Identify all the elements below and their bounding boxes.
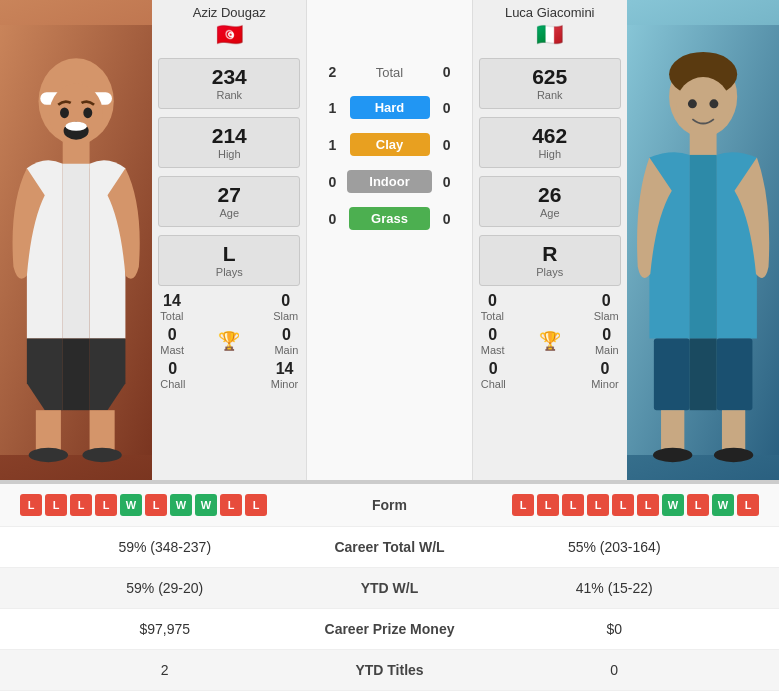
form-badge-right: W: [712, 494, 734, 516]
form-badge-left: L: [95, 494, 117, 516]
svg-point-5: [65, 122, 86, 131]
form-badges-left: LLLLWLWWLL: [20, 494, 330, 516]
svg-rect-23: [716, 339, 752, 411]
form-badge-left: W: [195, 494, 217, 516]
player-left-stats: Aziz Dougaz 🇹🇳 234 Rank 214 High 27 Age: [152, 0, 307, 480]
player-right-total: 0 Total: [481, 292, 504, 322]
player-right-rank: 625 Rank: [479, 58, 621, 109]
trophy-right-icon: 🏆: [539, 330, 561, 352]
svg-point-28: [714, 448, 753, 462]
svg-point-17: [676, 77, 730, 134]
player-left-minor: 14 Minor: [271, 360, 299, 390]
form-badge-right: L: [612, 494, 634, 516]
form-badge-right: L: [687, 494, 709, 516]
svg-point-13: [82, 448, 121, 462]
form-badge-right: L: [562, 494, 584, 516]
indoor-score-row: 0 Indoor 0: [317, 166, 461, 197]
player-right-name: Luca Giacomini: [473, 0, 627, 22]
svg-rect-24: [689, 339, 716, 411]
player-right-high: 462 High: [479, 117, 621, 168]
form-badge-left: L: [145, 494, 167, 516]
stat-label: YTD W/L: [310, 580, 470, 596]
form-badge-right: L: [587, 494, 609, 516]
player-right-minor: 0 Minor: [591, 360, 619, 390]
indoor-surface-btn: Indoor: [347, 170, 431, 193]
form-badge-right: L: [537, 494, 559, 516]
stat-row: 59% (29-20) YTD W/L 41% (15-22): [0, 568, 779, 609]
player-right-slam: 0 Slam: [594, 292, 619, 322]
player-left-main: 0 Main: [274, 326, 298, 356]
svg-point-19: [709, 99, 718, 108]
stat-right: 0: [470, 662, 760, 678]
trophy-left-icon: 🏆: [218, 330, 240, 352]
player-right-flag: 🇮🇹: [473, 22, 627, 48]
form-badge-right: L: [737, 494, 759, 516]
stat-row: 59% (348-237) Career Total W/L 55% (203-…: [0, 527, 779, 568]
stat-label: Career Prize Money: [310, 621, 470, 637]
player-left-photo: [0, 0, 152, 480]
player-left-slam: 0 Slam: [273, 292, 298, 322]
stat-left: 59% (348-237): [20, 539, 310, 555]
player-left-total-slam: 14 Total 0 Slam: [152, 292, 306, 322]
stats-wrapper: Aziz Dougaz 🇹🇳 234 Rank 214 High 27 Age: [152, 0, 626, 480]
form-label: Form: [330, 497, 450, 513]
svg-point-18: [688, 99, 697, 108]
form-badge-right: L: [637, 494, 659, 516]
grass-score-row: 0 Grass 0: [317, 203, 461, 234]
form-badge-right: L: [512, 494, 534, 516]
form-badge-left: W: [170, 494, 192, 516]
player-left-high: 214 High: [158, 117, 300, 168]
match-comparison: Aziz Dougaz 🇹🇳 234 Rank 214 High 27 Age: [0, 0, 779, 691]
stat-row: $97,975 Career Prize Money $0: [0, 609, 779, 650]
player-left-age: 27 Age: [158, 176, 300, 227]
player-left-mast-main: 0 Mast 🏆 0 Main: [152, 324, 306, 358]
player-right-plays: R Plays: [479, 235, 621, 286]
total-label: Total: [347, 65, 431, 80]
player-left-name: Aziz Dougaz: [152, 0, 306, 22]
svg-point-12: [29, 448, 68, 462]
form-badge-left: W: [120, 494, 142, 516]
form-row: LLLLWLWWLL Form LLLLLLWLWL: [0, 484, 779, 527]
clay-score-row: 1 Clay 0: [317, 129, 461, 160]
svg-point-7: [83, 107, 92, 118]
form-badge-left: L: [245, 494, 267, 516]
player-right-main: 0 Main: [595, 326, 619, 356]
player-left-total: 14 Total: [160, 292, 183, 322]
player-left-flag: 🇹🇳: [152, 22, 306, 48]
player-left-rank: 234 Rank: [158, 58, 300, 109]
svg-rect-9: [63, 339, 90, 411]
form-badges-right: LLLLLLWLWL: [450, 494, 760, 516]
stat-left: 59% (29-20): [20, 580, 310, 596]
stats-rows: 59% (348-237) Career Total W/L 55% (203-…: [0, 527, 779, 691]
player-right-mast-main: 0 Mast 🏆 0 Main: [473, 324, 627, 358]
svg-rect-22: [654, 339, 690, 411]
player-right-mast: 0 Mast: [481, 326, 505, 356]
player-right-chall: 0 Chall: [481, 360, 506, 390]
hard-surface-btn: Hard: [350, 96, 430, 119]
stat-label: Career Total W/L: [310, 539, 470, 555]
stat-right: 55% (203-164): [470, 539, 760, 555]
stat-left: 2: [20, 662, 310, 678]
svg-rect-20: [689, 131, 716, 156]
player-left-chall-minor: 0 Chall 14 Minor: [152, 360, 306, 390]
svg-rect-21: [689, 155, 716, 339]
stat-right: 41% (15-22): [470, 580, 760, 596]
player-left-mast: 0 Mast: [160, 326, 184, 356]
stat-right: $0: [470, 621, 760, 637]
stat-left: $97,975: [20, 621, 310, 637]
top-section: Aziz Dougaz 🇹🇳 234 Rank 214 High 27 Age: [0, 0, 779, 482]
form-badge-left: L: [220, 494, 242, 516]
player-right-photo: [627, 0, 779, 480]
center-scores: 2 Total 0 1 Hard 0 1: [307, 0, 471, 480]
stat-label: YTD Titles: [310, 662, 470, 678]
player-right-chall-minor: 0 Chall 0 Minor: [473, 360, 627, 390]
form-badge-left: L: [45, 494, 67, 516]
hard-score-row: 1 Hard 0: [317, 92, 461, 123]
player-left-plays: L Plays: [158, 235, 300, 286]
player-right-stats: Luca Giacomini 🇮🇹 625 Rank 462 High 26 A…: [472, 0, 627, 480]
clay-surface-btn: Clay: [350, 133, 430, 156]
form-badge-left: L: [70, 494, 92, 516]
form-badge-right: W: [662, 494, 684, 516]
total-score-row: 2 Total 0: [317, 60, 461, 84]
form-badge-left: L: [20, 494, 42, 516]
